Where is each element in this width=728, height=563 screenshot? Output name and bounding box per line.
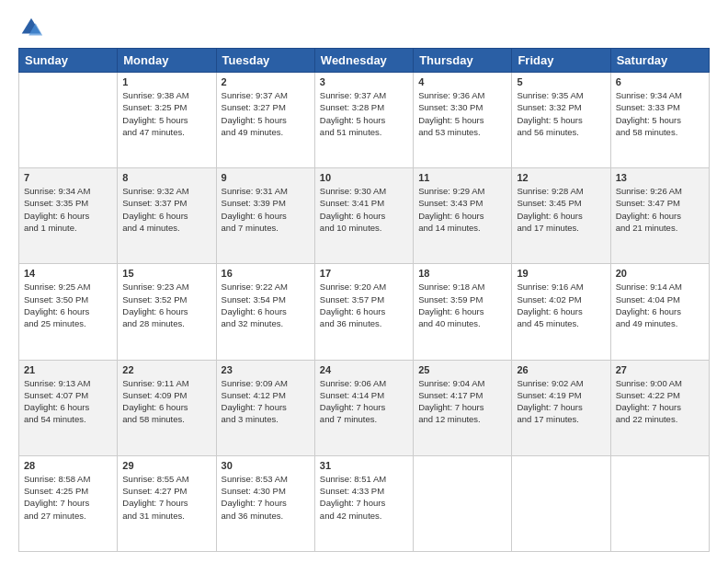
day-number: 3 <box>320 76 408 87</box>
day-info: Sunrise: 9:02 AMSunset: 4:19 PMDaylight:… <box>517 377 605 426</box>
day-number: 13 <box>616 172 704 183</box>
day-info: Sunrise: 9:11 AMSunset: 4:09 PMDaylight:… <box>122 377 210 426</box>
header <box>18 15 710 40</box>
weekday-header: Wednesday <box>314 49 413 73</box>
calendar-week-row: 21Sunrise: 9:13 AMSunset: 4:07 PMDayligh… <box>19 360 710 455</box>
calendar-cell: 12Sunrise: 9:28 AMSunset: 3:45 PMDayligh… <box>512 168 610 264</box>
calendar-week-row: 28Sunrise: 8:58 AMSunset: 4:25 PMDayligh… <box>19 455 710 551</box>
day-number: 22 <box>122 364 210 375</box>
day-number: 6 <box>616 76 704 87</box>
day-info: Sunrise: 9:22 AMSunset: 3:54 PMDaylight:… <box>222 281 310 329</box>
day-number: 26 <box>517 364 605 375</box>
day-info: Sunrise: 9:14 AMSunset: 4:04 PMDaylight:… <box>616 281 704 329</box>
calendar-cell: 9Sunrise: 9:31 AMSunset: 3:39 PMDaylight… <box>216 168 314 264</box>
weekday-header-row: SundayMondayTuesdayWednesdayThursdayFrid… <box>19 49 710 73</box>
day-info: Sunrise: 9:29 AMSunset: 3:43 PMDaylight:… <box>418 185 506 234</box>
weekday-header: Friday <box>512 49 610 73</box>
calendar-cell: 11Sunrise: 9:29 AMSunset: 3:43 PMDayligh… <box>414 168 512 264</box>
day-info: Sunrise: 8:51 AMSunset: 4:33 PMDaylight:… <box>320 473 408 522</box>
weekday-header: Sunday <box>19 49 118 73</box>
calendar-week-row: 7Sunrise: 9:34 AMSunset: 3:35 PMDaylight… <box>19 168 710 264</box>
day-info: Sunrise: 9:34 AMSunset: 3:35 PMDaylight:… <box>24 185 112 234</box>
calendar-cell: 1Sunrise: 9:38 AMSunset: 3:25 PMDaylight… <box>118 73 216 168</box>
day-number: 31 <box>320 460 408 471</box>
calendar-cell: 28Sunrise: 8:58 AMSunset: 4:25 PMDayligh… <box>19 455 118 551</box>
calendar-cell: 21Sunrise: 9:13 AMSunset: 4:07 PMDayligh… <box>19 360 118 455</box>
day-number: 17 <box>320 268 408 279</box>
calendar-cell <box>414 455 512 551</box>
day-info: Sunrise: 9:06 AMSunset: 4:14 PMDaylight:… <box>320 377 408 426</box>
calendar-cell: 23Sunrise: 9:09 AMSunset: 4:12 PMDayligh… <box>216 360 314 455</box>
day-info: Sunrise: 8:55 AMSunset: 4:27 PMDaylight:… <box>122 473 210 522</box>
day-number: 4 <box>418 76 506 87</box>
day-number: 27 <box>616 364 704 375</box>
calendar-cell: 8Sunrise: 9:32 AMSunset: 3:37 PMDaylight… <box>118 168 216 264</box>
day-info: Sunrise: 9:18 AMSunset: 3:59 PMDaylight:… <box>418 281 506 329</box>
calendar-cell <box>610 455 709 551</box>
calendar-cell: 24Sunrise: 9:06 AMSunset: 4:14 PMDayligh… <box>314 360 413 455</box>
calendar-cell: 20Sunrise: 9:14 AMSunset: 4:04 PMDayligh… <box>610 264 709 360</box>
day-number: 28 <box>24 460 112 471</box>
calendar-cell: 19Sunrise: 9:16 AMSunset: 4:02 PMDayligh… <box>512 264 610 360</box>
day-number: 14 <box>24 268 112 279</box>
day-info: Sunrise: 9:23 AMSunset: 3:52 PMDaylight:… <box>122 281 210 329</box>
day-info: Sunrise: 9:00 AMSunset: 4:22 PMDaylight:… <box>616 377 704 426</box>
day-number: 2 <box>222 76 310 87</box>
weekday-header: Thursday <box>414 49 512 73</box>
day-info: Sunrise: 9:37 AMSunset: 3:27 PMDaylight:… <box>222 89 310 138</box>
calendar-cell: 25Sunrise: 9:04 AMSunset: 4:17 PMDayligh… <box>414 360 512 455</box>
day-number: 20 <box>616 268 704 279</box>
day-number: 29 <box>122 460 210 471</box>
calendar-cell: 16Sunrise: 9:22 AMSunset: 3:54 PMDayligh… <box>216 264 314 360</box>
day-info: Sunrise: 9:37 AMSunset: 3:28 PMDaylight:… <box>320 89 408 138</box>
calendar-cell: 15Sunrise: 9:23 AMSunset: 3:52 PMDayligh… <box>118 264 216 360</box>
calendar-cell: 18Sunrise: 9:18 AMSunset: 3:59 PMDayligh… <box>414 264 512 360</box>
day-info: Sunrise: 9:20 AMSunset: 3:57 PMDaylight:… <box>320 281 408 329</box>
calendar-cell: 31Sunrise: 8:51 AMSunset: 4:33 PMDayligh… <box>314 455 413 551</box>
day-number: 23 <box>222 364 310 375</box>
weekday-header: Tuesday <box>216 49 314 73</box>
calendar-table: SundayMondayTuesdayWednesdayThursdayFrid… <box>18 48 710 552</box>
day-number: 30 <box>222 460 310 471</box>
day-number: 8 <box>122 172 210 183</box>
day-info: Sunrise: 9:32 AMSunset: 3:37 PMDaylight:… <box>122 185 210 234</box>
calendar-cell: 13Sunrise: 9:26 AMSunset: 3:47 PMDayligh… <box>610 168 709 264</box>
day-info: Sunrise: 9:25 AMSunset: 3:50 PMDaylight:… <box>24 281 112 329</box>
day-number: 12 <box>517 172 605 183</box>
calendar-cell: 3Sunrise: 9:37 AMSunset: 3:28 PMDaylight… <box>314 73 413 168</box>
day-info: Sunrise: 9:16 AMSunset: 4:02 PMDaylight:… <box>517 281 605 329</box>
day-info: Sunrise: 8:58 AMSunset: 4:25 PMDaylight:… <box>24 473 112 522</box>
calendar-cell: 5Sunrise: 9:35 AMSunset: 3:32 PMDaylight… <box>512 73 610 168</box>
day-number: 7 <box>24 172 112 183</box>
calendar-cell: 10Sunrise: 9:30 AMSunset: 3:41 PMDayligh… <box>314 168 413 264</box>
day-number: 18 <box>418 268 506 279</box>
day-info: Sunrise: 8:53 AMSunset: 4:30 PMDaylight:… <box>222 473 310 522</box>
calendar-cell: 7Sunrise: 9:34 AMSunset: 3:35 PMDaylight… <box>19 168 118 264</box>
calendar-cell <box>19 73 118 168</box>
day-info: Sunrise: 9:31 AMSunset: 3:39 PMDaylight:… <box>222 185 310 234</box>
day-info: Sunrise: 9:28 AMSunset: 3:45 PMDaylight:… <box>517 185 605 234</box>
weekday-header: Monday <box>118 49 216 73</box>
logo <box>18 15 48 40</box>
day-number: 5 <box>517 76 605 87</box>
day-number: 16 <box>222 268 310 279</box>
day-info: Sunrise: 9:34 AMSunset: 3:33 PMDaylight:… <box>616 89 704 138</box>
calendar-week-row: 1Sunrise: 9:38 AMSunset: 3:25 PMDaylight… <box>19 73 710 168</box>
day-number: 25 <box>418 364 506 375</box>
day-number: 24 <box>320 364 408 375</box>
day-number: 1 <box>122 76 210 87</box>
day-number: 21 <box>24 364 112 375</box>
logo-icon <box>18 15 44 40</box>
weekday-header: Saturday <box>610 49 709 73</box>
calendar-week-row: 14Sunrise: 9:25 AMSunset: 3:50 PMDayligh… <box>19 264 710 360</box>
day-number: 19 <box>517 268 605 279</box>
calendar-cell: 27Sunrise: 9:00 AMSunset: 4:22 PMDayligh… <box>610 360 709 455</box>
day-number: 11 <box>418 172 506 183</box>
day-number: 15 <box>122 268 210 279</box>
calendar-cell: 4Sunrise: 9:36 AMSunset: 3:30 PMDaylight… <box>414 73 512 168</box>
calendar-cell: 6Sunrise: 9:34 AMSunset: 3:33 PMDaylight… <box>610 73 709 168</box>
day-info: Sunrise: 9:35 AMSunset: 3:32 PMDaylight:… <box>517 89 605 138</box>
calendar-cell: 30Sunrise: 8:53 AMSunset: 4:30 PMDayligh… <box>216 455 314 551</box>
day-info: Sunrise: 9:26 AMSunset: 3:47 PMDaylight:… <box>616 185 704 234</box>
calendar-cell <box>512 455 610 551</box>
